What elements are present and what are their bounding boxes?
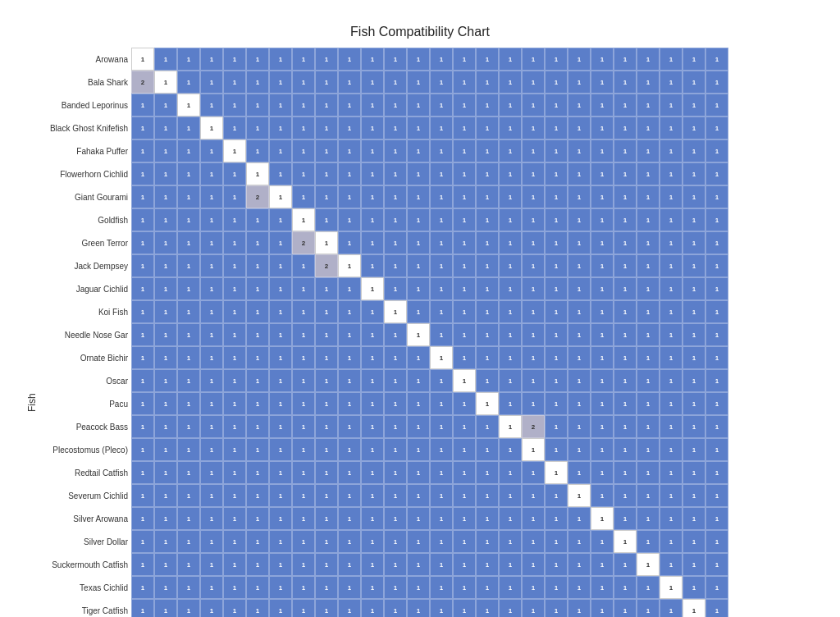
matrix-cell: 1 [476, 300, 499, 323]
matrix-cell: 1 [177, 94, 200, 117]
matrix-cell: 1 [522, 162, 545, 185]
matrix-cell: 1 [292, 415, 315, 438]
matrix-cell: 1 [660, 71, 682, 94]
matrix-cell: 1 [614, 117, 637, 139]
matrix-cell: 1 [453, 369, 476, 392]
matrix-with-labels: ArowanaBala SharkBanded LeporinusBlack G… [39, 48, 814, 617]
matrix-cell: 1 [705, 484, 728, 507]
matrix-cell: 1 [338, 277, 361, 300]
matrix-cell: 1 [177, 461, 200, 484]
matrix-cell: 1 [292, 438, 315, 461]
matrix-cell: 1 [246, 553, 269, 576]
matrix-row: 11111111111111111111111111 [131, 553, 728, 576]
matrix-cell: 1 [407, 438, 430, 461]
matrix-cell: 1 [453, 553, 476, 576]
matrix-cell: 1 [637, 484, 660, 507]
matrix-cell: 1 [315, 139, 338, 162]
matrix-cell: 1 [338, 162, 361, 185]
matrix-cell: 1 [545, 277, 568, 300]
matrix-cell: 1 [660, 507, 682, 530]
matrix-cell: 1 [223, 117, 246, 139]
matrix-cell: 1 [361, 208, 384, 231]
matrix-cell: 1 [591, 461, 614, 484]
matrix-cell: 1 [522, 599, 545, 617]
matrix-cell: 1 [591, 277, 614, 300]
matrix-cell: 1 [338, 599, 361, 617]
matrix-row: 11111111111111111111111111 [131, 208, 728, 231]
matrix-cell: 1 [246, 277, 269, 300]
matrix-row: 11111111211111111111111111 [131, 254, 728, 277]
matrix-cell: 1 [315, 277, 338, 300]
matrix-cell: 1 [637, 392, 660, 415]
matrix-cell: 1 [660, 530, 682, 553]
matrix-cell: 1 [131, 254, 154, 277]
matrix-cell: 1 [637, 461, 660, 484]
matrix-cell: 1 [292, 369, 315, 392]
matrix-cell: 1 [637, 162, 660, 185]
matrix-cell: 1 [499, 415, 522, 438]
matrix-cell: 1 [315, 599, 338, 617]
matrix-cell: 1 [568, 254, 591, 277]
matrix-cell: 1 [682, 48, 705, 71]
matrix-cell: 1 [223, 346, 246, 369]
matrix-cell: 1 [660, 438, 682, 461]
matrix-cell: 1 [292, 139, 315, 162]
matrix-cell: 1 [154, 185, 177, 208]
matrix-cell: 1 [705, 139, 728, 162]
matrix-cell: 1 [476, 323, 499, 346]
row-label: Redtail Catfish [39, 461, 131, 484]
matrix-cell: 1 [705, 231, 728, 254]
matrix-cell: 1 [614, 461, 637, 484]
matrix-cell: 1 [591, 48, 614, 71]
matrix-cell: 1 [453, 530, 476, 553]
matrix-cell: 1 [338, 94, 361, 117]
matrix-cell: 1 [591, 254, 614, 277]
matrix-cell: 1 [131, 48, 154, 71]
matrix-cell: 1 [499, 369, 522, 392]
matrix-cell: 1 [223, 71, 246, 94]
matrix-cell: 1 [453, 185, 476, 208]
matrix-cell: 1 [522, 94, 545, 117]
matrix-cell: 1 [269, 117, 292, 139]
matrix-cell: 1 [131, 369, 154, 392]
matrix-cell: 1 [545, 254, 568, 277]
matrix-cell: 1 [545, 71, 568, 94]
matrix-cell: 1 [614, 346, 637, 369]
matrix-cell: 1 [545, 117, 568, 139]
matrix-cell: 1 [315, 48, 338, 71]
matrix-cell: 1 [407, 553, 430, 576]
row-label: Oscar [39, 369, 131, 392]
matrix-cell: 1 [154, 71, 177, 94]
matrix-cell: 1 [591, 117, 614, 139]
matrix-cell: 1 [223, 415, 246, 438]
matrix-cell: 1 [614, 415, 637, 438]
matrix-cell: 1 [637, 530, 660, 553]
matrix-grid: 1111111111111111111111111121111111111111… [131, 48, 728, 617]
matrix-cell: 1 [200, 507, 223, 530]
matrix-cell: 1 [637, 185, 660, 208]
matrix-cell: 1 [453, 117, 476, 139]
matrix-cell: 1 [660, 392, 682, 415]
matrix-cell: 1 [476, 117, 499, 139]
matrix-cell: 1 [705, 48, 728, 71]
matrix-cell: 1 [177, 185, 200, 208]
matrix-cell: 1 [522, 438, 545, 461]
matrix-cell: 1 [177, 71, 200, 94]
matrix-cell: 1 [430, 185, 453, 208]
matrix-cell: 1 [361, 507, 384, 530]
matrix-cell: 1 [177, 415, 200, 438]
matrix-cell: 1 [200, 484, 223, 507]
matrix-cell: 1 [660, 208, 682, 231]
matrix-cell: 1 [545, 461, 568, 484]
matrix-cell: 1 [246, 461, 269, 484]
matrix-cell: 1 [614, 71, 637, 94]
matrix-cell: 1 [361, 162, 384, 185]
matrix-cell: 1 [705, 71, 728, 94]
matrix-cell: 1 [384, 300, 407, 323]
matrix-cell: 1 [545, 48, 568, 71]
matrix-row: 11111111111111111111111111 [131, 369, 728, 392]
matrix-cell: 1 [545, 507, 568, 530]
matrix-cell: 1 [315, 415, 338, 438]
matrix-cell: 1 [499, 346, 522, 369]
matrix-cell: 1 [682, 507, 705, 530]
